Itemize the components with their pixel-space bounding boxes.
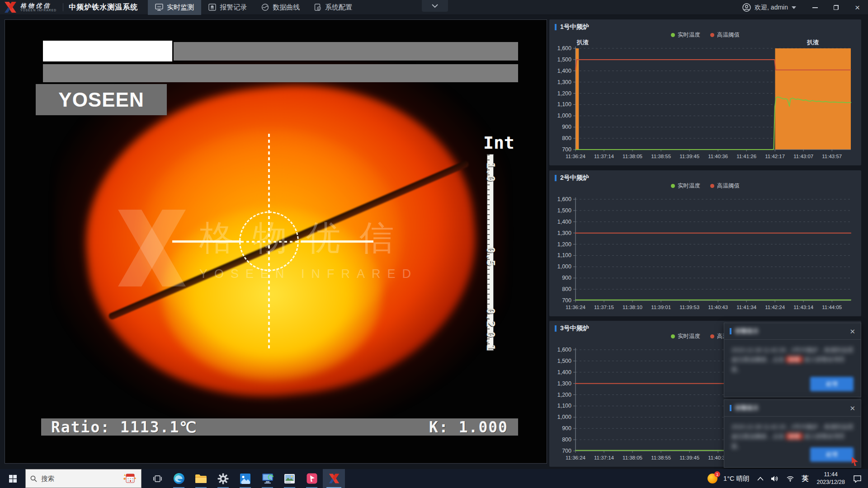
svg-text:11:40:36: 11:40:36 <box>708 154 728 159</box>
popup-message: 2023-12-28 11:42:29，3号中频炉，检测到温度超过高温阈值，点击… <box>724 340 861 374</box>
thermal-camera-view: 格物优信 YOSEEN INFRARED YOSEEN Int 1.0 0.5 … <box>5 19 547 464</box>
svg-text:900: 900 <box>562 124 571 130</box>
taskbar-yoseen-app[interactable] <box>323 469 345 488</box>
remote-monitor-icon <box>262 473 274 484</box>
alarm-popup-1: 报警提示 ✕ 2023-12-28 11:42:29，3号中频炉，检测到温度超过… <box>724 323 861 397</box>
tab-alarm-records[interactable]: 报警记录 <box>201 0 254 15</box>
svg-text:1,600: 1,600 <box>557 347 571 353</box>
svg-text:1,200: 1,200 <box>557 392 571 398</box>
app-window: 格物优信 YOSEEN INFRARED 中频炉铁水测温系统 实时监测 <box>0 0 868 488</box>
tab-label: 实时监测 <box>167 3 194 12</box>
taskbar-photos-app[interactable] <box>234 469 256 488</box>
clock[interactable]: 11:44 2023/12/28 <box>812 471 849 486</box>
crosshair-circle <box>239 211 299 271</box>
user-caret-icon <box>792 6 796 9</box>
svg-text:1,000: 1,000 <box>557 113 571 119</box>
taskbar-edge[interactable] <box>168 469 190 488</box>
brand-label-box: YOSEEN <box>36 84 167 115</box>
alarm-popup-2: 报警提示 ✕ 2023-12-28 11:42:15，3号中频炉，检测到温度超过… <box>724 399 861 468</box>
logo-text-en: YOSEEN INFRARED <box>20 9 57 12</box>
svg-text:1,000: 1,000 <box>557 263 571 270</box>
scale-tick: 0.1 <box>484 331 497 351</box>
popup-action-button[interactable]: 处理 <box>810 447 854 462</box>
svg-text:700: 700 <box>562 297 571 304</box>
svg-text:11:42:17: 11:42:17 <box>765 154 785 159</box>
close-icon: × <box>855 3 860 12</box>
crosshair-horizontal-right <box>301 240 373 243</box>
restore-button[interactable] <box>826 0 847 15</box>
svg-text:1,400: 1,400 <box>557 68 571 74</box>
svg-text:11:40:43: 11:40:43 <box>708 305 728 310</box>
popup-close-icon[interactable]: ✕ <box>849 405 855 412</box>
svg-text:1,300: 1,300 <box>557 230 571 236</box>
taskbar-file-explorer[interactable] <box>190 469 212 488</box>
svg-text:11:38:05: 11:38:05 <box>623 455 642 460</box>
tab-label: 数据曲线 <box>273 3 300 12</box>
volume-icon <box>771 475 779 482</box>
windows-icon <box>9 475 17 483</box>
temperature-chart: 7008009001,0001,1001,2001,3001,4001,5001… <box>549 170 861 316</box>
svg-text:1,200: 1,200 <box>557 90 571 97</box>
edge-icon <box>173 473 185 484</box>
taskbar-media-app[interactable] <box>301 469 323 488</box>
weather-icon: 1 <box>708 473 719 484</box>
scale-tick: 0.5 <box>484 247 497 266</box>
workspace: 格物优信 YOSEEN INFRARED YOSEEN Int 1.0 0.5 … <box>0 15 868 469</box>
svg-text:11:37:14: 11:37:14 <box>594 455 614 460</box>
ratio-temperature: Ratio: 1113.1℃ <box>51 418 197 436</box>
tab-realtime-monitor[interactable]: 实时监测 <box>148 0 201 15</box>
network-button[interactable] <box>783 475 798 482</box>
titlebar-right: 欢迎, admin × <box>742 0 868 15</box>
cursor-icon <box>851 456 860 466</box>
app-title: 中频炉铁水测温系统 <box>69 3 138 12</box>
user-menu[interactable]: 欢迎, admin <box>742 3 796 12</box>
popup-title: 报警提示 <box>735 327 759 335</box>
svg-text:700: 700 <box>562 448 571 454</box>
gear-icon <box>217 473 229 484</box>
weather-text: 1°C 晴朗 <box>723 474 749 483</box>
minimize-button[interactable] <box>804 0 826 15</box>
close-button[interactable]: × <box>847 0 868 15</box>
notification-center-button[interactable] <box>849 475 868 483</box>
svg-text:11:38:55: 11:38:55 <box>651 455 671 460</box>
main-nav: 实时监测 报警记录 数据曲线 <box>148 0 359 15</box>
svg-text:11:39:53: 11:39:53 <box>679 305 699 310</box>
popup-action-button[interactable]: 处理 <box>810 377 854 391</box>
taskbar-remote-desktop[interactable] <box>256 469 278 488</box>
tab-label: 报警记录 <box>220 3 247 12</box>
weather-badge: 1 <box>714 471 720 477</box>
svg-text:11:39:45: 11:39:45 <box>679 455 699 460</box>
notification-icon <box>853 475 862 483</box>
svg-text:11:38:55: 11:38:55 <box>651 154 671 159</box>
taskbar-image-viewer[interactable] <box>278 469 301 488</box>
svg-text:1,300: 1,300 <box>557 79 571 85</box>
k-coefficient: K: 1.000 <box>429 418 508 436</box>
svg-text:扒渣: 扒渣 <box>807 39 819 46</box>
tab-data-curves[interactable]: 数据曲线 <box>254 0 307 15</box>
svg-text:11:36:24: 11:36:24 <box>566 154 586 159</box>
weather-widget[interactable]: 1 1°C 晴朗 <box>703 473 754 484</box>
monitor-icon <box>155 4 163 11</box>
search-input[interactable]: 搜索 <box>25 469 142 488</box>
tray-expand-button[interactable] <box>754 477 767 481</box>
curve-icon <box>261 4 269 11</box>
start-button[interactable] <box>0 469 25 488</box>
folder-icon <box>195 474 207 483</box>
yoseen-logo-icon <box>4 1 17 13</box>
popup-close-icon[interactable]: ✕ <box>849 328 855 335</box>
volume-button[interactable] <box>767 475 783 482</box>
svg-text:1,200: 1,200 <box>557 241 571 248</box>
panel-collapse-button[interactable] <box>422 0 448 12</box>
svg-text:11:43:14: 11:43:14 <box>793 305 814 310</box>
image-viewer-icon <box>284 474 295 484</box>
tab-system-config[interactable]: 系统配置 <box>307 0 359 15</box>
pinned-apps <box>168 469 345 488</box>
task-view-button[interactable] <box>147 469 168 488</box>
titlebar: 格物优信 YOSEEN INFRARED 中频炉铁水测温系统 实时监测 <box>0 0 868 15</box>
config-icon <box>314 4 321 11</box>
svg-text:1,400: 1,400 <box>557 369 571 375</box>
ime-indicator[interactable]: 英 <box>798 474 812 483</box>
svg-text:700: 700 <box>562 146 571 153</box>
taskbar-settings[interactable] <box>212 469 234 488</box>
taskbar: 搜索 <box>0 469 868 488</box>
